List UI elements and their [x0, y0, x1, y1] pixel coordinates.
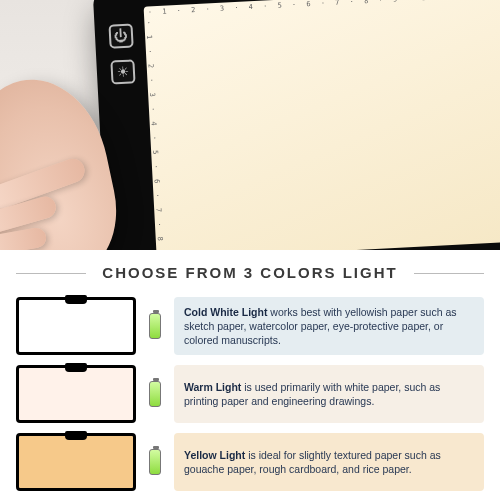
battery-icon	[148, 297, 162, 355]
swatch-cold	[16, 297, 136, 355]
brightness-button[interactable]: ☀	[110, 59, 135, 84]
ruler-top: · 1 · 2 · 3 · 4 · 5 · 6 · 7 · 8 · 9 · 10…	[148, 0, 500, 19]
mode-label: Cold White Light	[184, 306, 267, 318]
finger	[0, 226, 48, 250]
mode-label: Yellow Light	[184, 449, 245, 461]
mode-row-warm: Warm Light is used primarily with white …	[16, 365, 484, 423]
section-heading: CHOOSE FROM 3 COLORS LIGHT	[16, 264, 484, 281]
battery-icon	[148, 433, 162, 491]
clip-icon	[65, 431, 87, 440]
illuminated-surface: · 1 · 2 · 3 · 4 · 5 · 6 · 7 · 8 · 9 · 10…	[144, 0, 500, 250]
clip-icon	[65, 295, 87, 304]
swatch-warm	[16, 365, 136, 423]
light-pad-device: ⏻ ☀ · 1 · 2 · 3 · 4 · 5 · 6 · 7 · 8 · 9 …	[93, 0, 500, 250]
swatch-yellow	[16, 433, 136, 491]
colors-section: CHOOSE FROM 3 COLORS LIGHT Cold White Li…	[0, 250, 500, 500]
ruler-left: · 1 · 2 · 3 · 4 · 5 · 6 · 7 · 8 · 9 · 10…	[144, 20, 209, 250]
mode-desc-warm: Warm Light is used primarily with white …	[174, 365, 484, 423]
mode-row-cold: Cold White Light works best with yellowi…	[16, 297, 484, 355]
mode-row-yellow: Yellow Light is ideal for slightly textu…	[16, 433, 484, 491]
hero-photo: ⏻ ☀ · 1 · 2 · 3 · 4 · 5 · 6 · 7 · 8 · 9 …	[0, 0, 500, 250]
mode-desc-yellow: Yellow Light is ideal for slightly textu…	[174, 433, 484, 491]
clip-icon	[65, 363, 87, 372]
power-icon: ⏻	[114, 28, 129, 45]
battery-icon	[148, 365, 162, 423]
brightness-icon: ☀	[116, 64, 130, 81]
mode-label: Warm Light	[184, 381, 241, 393]
mode-desc-cold: Cold White Light works best with yellowi…	[174, 297, 484, 355]
power-button[interactable]: ⏻	[108, 23, 133, 48]
